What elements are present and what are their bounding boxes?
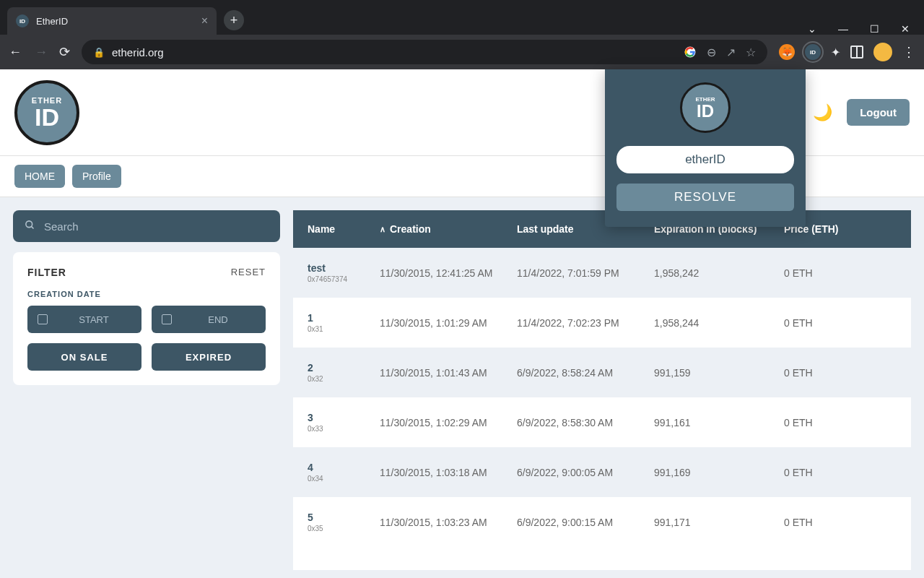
extension-logo: ETHER ID <box>680 82 731 133</box>
extensions-icon[interactable]: ✦ <box>831 46 840 59</box>
cell-update: 6/9/2022, 8:58:24 AM <box>517 367 654 379</box>
cell-creation: 11/30/2015, 1:02:29 AM <box>380 417 517 428</box>
cell-update: 6/9/2022, 9:00:05 AM <box>517 467 654 478</box>
ext-logo-big: ID <box>697 103 714 120</box>
calendar-icon <box>38 314 48 324</box>
extension-popup: ETHER ID RESOLVE <box>605 69 806 227</box>
cell-update: 11/4/2022, 7:01:59 PM <box>517 267 654 279</box>
logout-button[interactable]: Logout <box>847 99 910 126</box>
window-minimize-icon[interactable]: — <box>838 23 848 35</box>
nav-home[interactable]: HOME <box>14 165 65 188</box>
url-text: etherid.org <box>112 46 164 59</box>
cell-name: test0x74657374 <box>308 262 380 283</box>
cell-expiration: 991,161 <box>654 417 784 428</box>
filter-reset[interactable]: RESET <box>231 267 266 278</box>
zoom-icon[interactable]: ⊖ <box>707 46 716 59</box>
start-date-input[interactable]: START <box>27 306 141 333</box>
end-date-input[interactable]: END <box>152 306 266 333</box>
sort-asc-icon: ∧ <box>380 225 385 234</box>
resolve-button[interactable]: RESOLVE <box>616 184 794 211</box>
cell-update: 11/4/2022, 7:02:23 PM <box>517 317 654 329</box>
search-input[interactable] <box>44 220 269 233</box>
cell-creation: 11/30/2015, 1:03:18 AM <box>380 467 517 478</box>
window-controls: ⌄ — ☐ ✕ <box>808 14 924 35</box>
extension-input[interactable] <box>616 146 794 173</box>
nav-profile[interactable]: Profile <box>72 165 121 188</box>
cell-price: 0 ETH <box>784 317 897 329</box>
table-body: test0x74657374 11/30/2015, 12:41:25 AM 1… <box>293 248 911 570</box>
tab-favicon: ID <box>16 14 29 27</box>
metamask-extension-icon[interactable]: 🦊 <box>779 44 795 60</box>
browser-menu-icon[interactable]: ⋮ <box>902 44 915 60</box>
new-tab-button[interactable]: + <box>224 10 244 30</box>
side-panel-icon[interactable] <box>850 46 863 59</box>
dark-mode-icon[interactable]: 🌙 <box>813 103 832 122</box>
table-header: Name ∧ Creation Last update Expiration i… <box>293 210 911 248</box>
cell-price: 0 ETH <box>784 467 897 478</box>
cell-expiration: 1,958,242 <box>654 267 784 279</box>
calendar-icon <box>162 314 172 324</box>
cell-expiration: 991,169 <box>654 467 784 478</box>
cell-creation: 11/30/2015, 1:03:23 AM <box>380 517 517 528</box>
cell-creation: 11/30/2015, 1:01:43 AM <box>380 367 517 379</box>
browser-toolbar: ← → ⟳ 🔒 etherid.org ⊖ ↗ ☆ 🦊 ID ✦ ⋮ <box>0 35 924 69</box>
cell-update: 6/9/2022, 9:00:15 AM <box>517 517 654 528</box>
bookmark-icon[interactable]: ☆ <box>746 46 756 59</box>
table-row[interactable]: 20x32 11/30/2015, 1:01:43 AM 6/9/2022, 8… <box>293 348 911 397</box>
svg-point-1 <box>26 221 32 228</box>
tab-title: EtherID <box>36 16 68 27</box>
reload-icon[interactable]: ⟳ <box>59 44 70 60</box>
table-row[interactable]: 30x33 11/30/2015, 1:02:29 AM 6/9/2022, 8… <box>293 397 911 447</box>
google-icon[interactable] <box>684 46 697 59</box>
cell-expiration: 1,958,244 <box>654 317 784 329</box>
logo-text-big: ID <box>35 105 59 129</box>
window-dropdown-icon[interactable]: ⌄ <box>808 23 816 35</box>
sidebar: FILTER RESET CREATION DATE START END ON … <box>13 210 280 570</box>
cell-name: 20x32 <box>308 362 380 383</box>
cell-hex: 0x74657374 <box>308 275 380 283</box>
expired-button[interactable]: EXPIRED <box>152 343 266 371</box>
table-row[interactable]: 10x31 11/30/2015, 1:01:29 AM 11/4/2022, … <box>293 298 911 348</box>
cell-expiration: 991,159 <box>654 367 784 379</box>
table-row[interactable]: 50x35 11/30/2015, 1:03:23 AM 6/9/2022, 9… <box>293 497 911 547</box>
cell-hex: 0x32 <box>308 375 380 383</box>
window-close-icon[interactable]: ✕ <box>901 23 910 35</box>
cell-creation: 11/30/2015, 12:41:25 AM <box>380 267 517 279</box>
domains-table: Name ∧ Creation Last update Expiration i… <box>293 210 911 570</box>
share-icon[interactable]: ↗ <box>726 46 736 59</box>
cell-creation: 11/30/2015, 1:01:29 AM <box>380 317 517 329</box>
browser-tab[interactable]: ID EtherID × <box>7 7 217 35</box>
cell-hex: 0x34 <box>308 475 380 483</box>
cell-name: 50x35 <box>308 512 380 532</box>
cell-price: 0 ETH <box>784 367 897 379</box>
window-maximize-icon[interactable]: ☐ <box>870 23 879 35</box>
profile-avatar[interactable] <box>873 43 892 61</box>
browser-tab-strip: ID EtherID × + ⌄ — ☐ ✕ <box>0 0 924 35</box>
search-box[interactable] <box>13 210 280 242</box>
svg-line-2 <box>31 226 33 228</box>
cell-name: 30x33 <box>308 412 380 433</box>
header-creation[interactable]: ∧ Creation <box>380 223 517 235</box>
on-sale-button[interactable]: ON SALE <box>27 343 141 371</box>
end-placeholder: END <box>208 314 227 325</box>
nav-forward-icon[interactable]: → <box>35 45 48 60</box>
cell-expiration: 991,171 <box>654 517 784 528</box>
address-bar[interactable]: 🔒 etherid.org ⊖ ↗ ☆ <box>82 40 767 64</box>
lock-icon: 🔒 <box>93 47 105 58</box>
cell-price: 0 ETH <box>784 417 897 428</box>
table-row[interactable]: test0x74657374 11/30/2015, 12:41:25 AM 1… <box>293 248 911 298</box>
etherid-extension-icon[interactable]: ID <box>805 44 821 60</box>
header-name[interactable]: Name <box>308 223 380 235</box>
cell-name: 40x34 <box>308 462 380 483</box>
nav-back-icon[interactable]: ← <box>9 45 22 60</box>
creation-date-label: CREATION DATE <box>27 290 266 298</box>
search-icon <box>25 220 35 233</box>
start-placeholder: START <box>79 314 108 325</box>
tab-close-icon[interactable]: × <box>201 14 208 27</box>
filter-card: FILTER RESET CREATION DATE START END ON … <box>13 252 280 385</box>
table-row[interactable]: 40x34 11/30/2015, 1:03:18 AM 6/9/2022, 9… <box>293 447 911 497</box>
cell-hex: 0x33 <box>308 425 380 433</box>
cell-hex: 0x31 <box>308 325 380 333</box>
page-content: ETHER ID 🌙 Logout HOME Profile FILTER RE… <box>0 69 924 578</box>
site-logo[interactable]: ETHER ID <box>14 80 79 145</box>
